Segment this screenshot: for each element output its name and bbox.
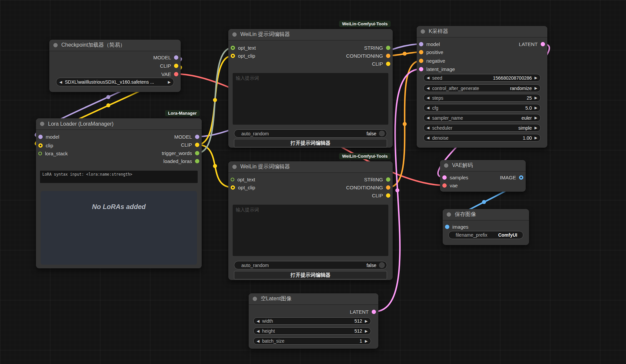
node-weilin-prompt-editor-1[interactable]: WeiLin-Comfyui-Tools WeiLin 提示词编辑器 opt_t… [228,29,393,148]
collapse-dot[interactable] [421,29,425,34]
port-dot-samples[interactable] [442,175,447,180]
widget-ckpt-name[interactable]: ◀ SDXL\waiIllustriousSDXL_v160.safetens … [56,78,174,86]
increment-arrow-icon[interactable]: ▶ [365,339,368,343]
port-dot-lora-stack[interactable] [38,152,42,155]
port-dot-model[interactable] [38,135,43,139]
port-dot-positive[interactable] [419,50,423,54]
port-dot-latent[interactable] [372,310,376,314]
port-dot-vae[interactable] [442,183,447,188]
increment-arrow-icon[interactable]: ▶ [535,116,537,120]
port-dot-clip[interactable] [386,62,390,66]
node-title-bar[interactable]: K采样器 [417,26,547,38]
port-dot-model[interactable] [195,135,199,139]
increment-arrow-icon[interactable]: ▶ [535,106,537,110]
port-dot-clip[interactable] [38,143,43,148]
port-dot-latent-image[interactable] [419,67,423,71]
port-dot-conditioning[interactable] [386,185,390,190]
port-dot-images[interactable] [445,225,449,229]
node-save-image[interactable]: 保存图像 images filename_prefix ComfyUI [443,209,529,245]
decrement-arrow-icon[interactable]: ◀ [427,136,429,140]
port-dot-opt-clip[interactable] [231,54,235,58]
node-checkpoint-loader[interactable]: Checkpoint加载器（简易） MODEL CLIP VAE ◀ SDXL\… [49,40,181,92]
increment-arrow-icon[interactable]: ▶ [535,96,537,100]
collapse-dot[interactable] [447,212,451,217]
widget-control-after-generate[interactable]: ◀ control_after_generate randomize ▶ [423,84,541,92]
node-title-bar[interactable]: Checkpoint加载器（简易） [49,40,181,51]
open-prompt-editor-button[interactable]: 打开提示词编辑器 [234,139,387,147]
widget-scheduler[interactable]: ◀ scheduler simple ▶ [423,124,541,132]
decrement-arrow-icon[interactable]: ◀ [59,80,62,84]
increment-arrow-icon[interactable]: ▶ [535,136,537,140]
collapse-dot[interactable] [444,163,448,168]
widget-auto-random[interactable]: auto_random false [234,261,387,269]
port-dot-string[interactable] [386,46,390,50]
node-title-bar[interactable]: VAE解码 [440,160,526,172]
port-dot-vae[interactable] [174,72,178,76]
decrement-arrow-icon[interactable]: ◀ [427,76,429,80]
increment-arrow-icon[interactable]: ▶ [535,76,537,80]
toggle-knob[interactable] [379,262,385,268]
widget-sampler-name[interactable]: ◀ sampler_name euler ▶ [423,114,541,122]
node-weilin-prompt-editor-2[interactable]: WeiLin-Comfyui-Tools WeiLin 提示词编辑器 opt_t… [228,161,393,280]
port-dot-image[interactable] [519,175,523,180]
decrement-arrow-icon[interactable]: ◀ [427,86,429,90]
widget-batch-size[interactable]: ◀ batch_size 1 ▶ [253,337,371,345]
decrement-arrow-icon[interactable]: ◀ [427,96,429,100]
widget-filename-prefix[interactable]: filename_prefix ComfyUI [448,231,523,239]
port-dot-opt-text[interactable] [231,178,234,181]
toggle-knob[interactable] [379,131,385,136]
collapse-dot[interactable] [253,297,257,301]
collapse-dot[interactable] [40,122,44,126]
port-label: CLIP [160,63,171,69]
widget-seed[interactable]: ◀ seed 156680208700286 ▶ [423,74,541,82]
decrement-arrow-icon[interactable]: ◀ [257,319,259,323]
port-dot-clip[interactable] [386,193,390,198]
widget-denoise[interactable]: ◀ denoise 1.00 ▶ [423,134,541,142]
increment-arrow-icon[interactable]: ▶ [168,80,171,84]
node-title-bar[interactable]: Lora Loader (LoraManager) [36,118,202,130]
widget-value: false [366,263,376,268]
lora-syntax-input[interactable] [40,171,198,183]
decrement-arrow-icon[interactable]: ◀ [427,126,429,130]
port-dot-string[interactable] [386,177,390,182]
node-title-bar[interactable]: WeiLin 提示词编辑器 [228,161,393,173]
port-dot-conditioning[interactable] [386,54,390,58]
port-dot-model[interactable] [174,55,178,60]
increment-arrow-icon[interactable]: ▶ [365,329,368,333]
collapse-dot[interactable] [232,165,237,169]
node-title-bar[interactable]: 空Latent图像 [249,293,378,305]
widget-steps[interactable]: ◀ steps 25 ▶ [423,94,541,102]
port-dot-clip[interactable] [195,143,199,147]
decrement-arrow-icon[interactable]: ◀ [257,339,259,343]
widget-cfg[interactable]: ◀ cfg 5.0 ▶ [423,104,541,112]
node-title-bar[interactable]: WeiLin 提示词编辑器 [228,29,393,41]
increment-arrow-icon[interactable]: ▶ [365,319,368,323]
increment-arrow-icon[interactable]: ▶ [535,86,537,90]
port-dot-model[interactable] [419,42,423,46]
collapse-dot[interactable] [232,32,237,37]
node-ksampler[interactable]: K采样器 model positive negative latent_imag… [417,26,547,148]
node-vae-decode[interactable]: VAE解码 samples vae IMAGE [440,160,526,192]
widget-auto-random[interactable]: auto_random false [234,129,387,138]
port-dot-clip[interactable] [174,64,178,68]
port-dot-negative[interactable] [419,59,423,63]
widget-width[interactable]: ◀ width 512 ▶ [253,317,371,325]
port-dot-latent[interactable] [541,42,545,46]
widget-height[interactable]: ◀ height 512 ▶ [253,327,371,335]
port-dot-trigger-words[interactable] [195,151,199,155]
decrement-arrow-icon[interactable]: ◀ [427,116,429,120]
increment-arrow-icon[interactable]: ▶ [535,126,537,130]
port-dot-loaded-loras[interactable] [195,159,199,163]
port-dot-opt-text[interactable] [231,46,235,50]
node-lora-loader[interactable]: Lora-Manager Lora Loader (LoraManager) m… [36,118,202,268]
node-empty-latent[interactable]: 空Latent图像 LATENT ◀ width 512 ▶ ◀ height … [249,293,378,349]
node-title-bar[interactable]: 保存图像 [443,209,529,221]
open-prompt-editor-button[interactable]: 打开提示词编辑器 [234,271,387,279]
prompt-textarea[interactable] [233,205,388,256]
collapse-dot[interactable] [53,43,58,47]
prompt-textarea[interactable] [233,73,388,125]
node-graph-canvas[interactable]: Checkpoint加载器（简易） MODEL CLIP VAE ◀ SDXL\… [0,0,626,364]
decrement-arrow-icon[interactable]: ◀ [427,106,429,110]
decrement-arrow-icon[interactable]: ◀ [257,329,259,333]
port-dot-opt-clip[interactable] [231,185,235,190]
